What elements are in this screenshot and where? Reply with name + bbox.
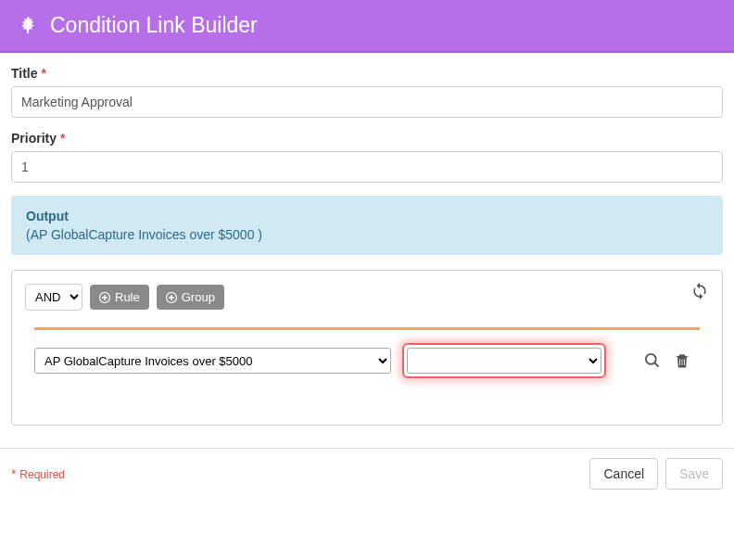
footer: * Required Cancel Save [0, 458, 734, 503]
page-title: Condition Link Builder [50, 13, 258, 38]
condition-builder: AND Rule Group AP GlobalCapture Invo [11, 270, 723, 426]
builder-toolbar: AND Rule Group [25, 284, 709, 311]
cancel-button[interactable]: Cancel [589, 458, 658, 490]
required-asterisk: * [41, 66, 45, 81]
group-indicator-bar [34, 327, 700, 330]
add-group-button[interactable]: Group [157, 285, 224, 310]
priority-input[interactable] [11, 151, 723, 183]
add-rule-button[interactable]: Rule [90, 285, 149, 310]
rule-row: AP GlobalCapture Invoices over $5000 [25, 343, 709, 378]
rule-condition-select[interactable] [407, 348, 601, 374]
footer-divider [0, 448, 734, 449]
form-content: Title * Priority * Output (AP GlobalCapt… [0, 53, 734, 426]
required-note: * Required [11, 466, 65, 481]
title-input[interactable] [11, 86, 723, 118]
priority-label: Priority * [11, 131, 723, 146]
svg-point-2 [646, 354, 656, 364]
rule-condition-highlight [402, 343, 606, 378]
output-expression: (AP GlobalCapture Invoices over $5000 ) [26, 227, 708, 242]
output-heading: Output [26, 209, 708, 223]
branch-icon [17, 15, 39, 37]
search-icon[interactable] [643, 351, 662, 370]
required-asterisk: * [60, 131, 65, 146]
output-panel: Output (AP GlobalCapture Invoices over $… [11, 196, 723, 255]
rule-field-select[interactable]: AP GlobalCapture Invoices over $5000 [34, 348, 391, 374]
save-button[interactable]: Save [665, 458, 723, 490]
plus-circle-icon [166, 292, 177, 303]
logic-operator-select[interactable]: AND [25, 284, 82, 311]
title-label: Title * [11, 66, 723, 81]
refresh-icon[interactable] [690, 282, 709, 300]
app-header: Condition Link Builder [0, 0, 734, 53]
plus-circle-icon [99, 292, 110, 303]
trash-icon[interactable] [673, 351, 691, 370]
